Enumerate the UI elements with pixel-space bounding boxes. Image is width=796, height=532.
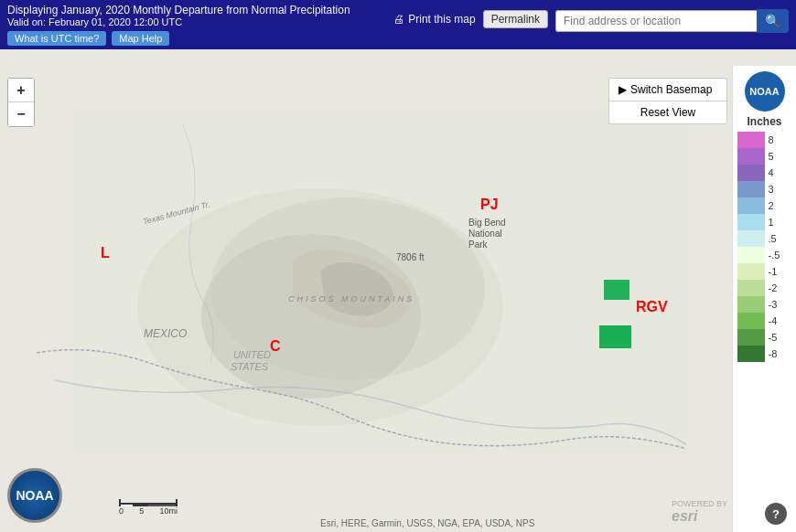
legend-item: 1 bbox=[737, 214, 792, 230]
legend-item: 4 bbox=[737, 165, 792, 181]
help-button[interactable]: ? bbox=[765, 503, 787, 525]
legend-color-swatch bbox=[737, 329, 765, 346]
legend-label: -.5 bbox=[769, 250, 780, 261]
switch-basemap-button[interactable]: ▶ Switch Basemap bbox=[609, 79, 726, 101]
map-popup: ▶ Switch Basemap Reset View bbox=[608, 78, 727, 124]
zoom-in-button[interactable]: + bbox=[8, 79, 34, 102]
legend-label: 1 bbox=[769, 217, 774, 228]
map-label-pj: PJ bbox=[480, 197, 499, 213]
legend-item: -1 bbox=[737, 263, 792, 280]
map-text-bigbend3: Park bbox=[468, 239, 488, 250]
zoom-out-button[interactable]: − bbox=[8, 102, 34, 126]
legend-label: -5 bbox=[769, 332, 778, 343]
legend-title: Inches bbox=[747, 115, 781, 128]
map-text-mexico: MEXICO bbox=[144, 327, 187, 340]
search-bar: 🔍 bbox=[555, 9, 789, 33]
legend-panel: NOAA Inches 854321.5-.5-1-2-3-4-5-8 bbox=[732, 66, 796, 532]
legend-item: 2 bbox=[737, 197, 792, 214]
noaa-logo-text: NOAA bbox=[749, 86, 779, 97]
powered-by-text: POWERED BY bbox=[672, 499, 727, 508]
map-label-l: L bbox=[101, 245, 110, 261]
header-right: 🖨 Print this map Permalink 🔍 bbox=[393, 4, 789, 33]
header-buttons: What is UTC time? Map Help bbox=[7, 31, 350, 46]
legend-color-swatch bbox=[737, 181, 765, 197]
legend-label: -4 bbox=[769, 315, 778, 326]
scale-bar: 0 5 10mi bbox=[119, 499, 177, 516]
legend-label: -2 bbox=[769, 282, 778, 293]
legend-item: 3 bbox=[737, 181, 792, 197]
legend-color-swatch bbox=[737, 313, 765, 329]
header-bar: Displaying January, 2020 Monthly Departu… bbox=[0, 0, 796, 49]
noaa-bottom-logo: NOAA bbox=[7, 468, 62, 523]
triangle-icon: ▶ bbox=[619, 83, 627, 96]
legend-label: -8 bbox=[769, 348, 778, 359]
esri-logo: POWERED BY esri bbox=[672, 499, 727, 525]
svg-rect-4 bbox=[604, 280, 629, 300]
legend-item: -4 bbox=[737, 313, 792, 329]
legend-color-swatch bbox=[737, 148, 765, 165]
map-text-states: STATES bbox=[231, 361, 268, 372]
esri-text: esri bbox=[672, 508, 727, 525]
utc-time-button[interactable]: What is UTC time? bbox=[7, 31, 106, 46]
map-text-chisos: CHISOS MOUNTAINS bbox=[288, 294, 414, 303]
legend-item: -.5 bbox=[737, 247, 792, 263]
legend-label: 2 bbox=[769, 200, 774, 211]
legend-label: -1 bbox=[769, 266, 778, 277]
legend-color-swatch bbox=[737, 165, 765, 181]
legend-color-swatch bbox=[737, 263, 765, 280]
map-text-elevation: 7806 ft bbox=[396, 252, 425, 262]
map-text-bigbend1: Big Bend bbox=[468, 218, 506, 228]
zoom-controls: + − bbox=[7, 78, 35, 127]
search-input[interactable] bbox=[555, 10, 757, 32]
legend-color-swatch bbox=[737, 280, 765, 296]
map-label-rgv: RGV bbox=[636, 299, 668, 315]
legend-item: -2 bbox=[737, 280, 792, 296]
map-label-c: C bbox=[270, 338, 281, 355]
legend-label: 5 bbox=[769, 151, 774, 162]
header-valid: Valid on: February 01, 2020 12:00 UTC bbox=[7, 16, 350, 27]
legend-label: .5 bbox=[769, 233, 777, 244]
legend-color-swatch bbox=[737, 247, 765, 263]
legend-item: -3 bbox=[737, 296, 792, 313]
printer-icon: 🖨 bbox=[393, 13, 404, 26]
legend-color-swatch bbox=[737, 214, 765, 230]
map-help-button[interactable]: Map Help bbox=[112, 31, 169, 46]
noaa-text: NOAA bbox=[16, 488, 53, 503]
legend-color-swatch bbox=[737, 132, 765, 148]
legend-label: 3 bbox=[769, 184, 774, 195]
header-left: Displaying January, 2020 Monthly Departu… bbox=[7, 4, 350, 46]
map-text-united: UNITED bbox=[233, 349, 271, 360]
legend-item: 8 bbox=[737, 132, 792, 148]
svg-rect-5 bbox=[599, 325, 631, 348]
map-container: Displaying January, 2020 Monthly Departu… bbox=[0, 0, 796, 532]
header-title: Displaying January, 2020 Monthly Departu… bbox=[7, 4, 350, 16]
legend-label: -3 bbox=[769, 299, 778, 310]
legend-color-swatch bbox=[737, 346, 765, 362]
legend-item: -8 bbox=[737, 346, 792, 362]
scale-label-0: 0 bbox=[119, 506, 124, 516]
print-label: Print this map bbox=[408, 13, 475, 26]
legend-color-swatch bbox=[737, 230, 765, 247]
map-text-bigbend2: National bbox=[468, 229, 502, 239]
help-icon: ? bbox=[772, 507, 780, 521]
noaa-circle: NOAA bbox=[7, 468, 62, 523]
permalink-button[interactable]: Permalink bbox=[483, 10, 548, 28]
legend-item: 5 bbox=[737, 148, 792, 165]
noaa-logo-top: NOAA bbox=[745, 71, 785, 112]
legend-label: 8 bbox=[769, 134, 774, 145]
legend-label: 4 bbox=[769, 167, 774, 178]
legend-item: -5 bbox=[737, 329, 792, 346]
legend-bar: 854321.5-.5-1-2-3-4-5-8 bbox=[737, 132, 792, 362]
attribution: Esri, HERE, Garmin, USGS, NGA, EPA, USDA… bbox=[320, 518, 534, 528]
legend-item: .5 bbox=[737, 230, 792, 247]
scale-label-5: 5 bbox=[139, 506, 144, 516]
legend-color-swatch bbox=[737, 197, 765, 214]
reset-view-button[interactable]: Reset View bbox=[609, 101, 726, 123]
legend-color-swatch bbox=[737, 296, 765, 313]
search-button[interactable]: 🔍 bbox=[757, 9, 789, 33]
print-button[interactable]: 🖨 Print this map bbox=[393, 13, 475, 26]
switch-basemap-label: Switch Basemap bbox=[630, 83, 712, 96]
scale-label-10: 10mi bbox=[159, 506, 177, 516]
